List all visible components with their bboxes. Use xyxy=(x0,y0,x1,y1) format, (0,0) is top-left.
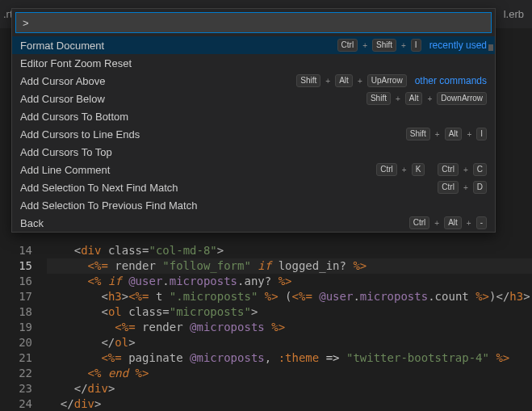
tab-right-fragment: l.erb xyxy=(504,8,532,20)
keycap: Alt xyxy=(405,92,423,105)
keycap: Alt xyxy=(444,216,462,229)
line-number: 15 xyxy=(0,258,32,274)
command-label: Add Cursors To Top xyxy=(20,146,487,158)
command-label: Add Cursors To Bottom xyxy=(20,111,487,123)
code-line[interactable]: <ol class="microposts"> xyxy=(47,304,532,320)
command-shortcut: Shift+Alt+DownArrow xyxy=(367,92,487,105)
keycap: Shift xyxy=(372,39,396,52)
command-search-wrap xyxy=(12,9,495,36)
line-number: 20 xyxy=(0,335,32,350)
keycap: Ctrl xyxy=(409,216,430,229)
code-line[interactable]: <%= render @microposts %> xyxy=(47,320,532,335)
code-line[interactable]: </ol> xyxy=(47,335,532,350)
line-number: 21 xyxy=(0,350,32,366)
line-number: 19 xyxy=(0,320,32,335)
command-label: Editor Font Zoom Reset xyxy=(20,57,487,69)
line-number: 14 xyxy=(0,243,32,258)
scrollbar-thumb[interactable] xyxy=(488,44,493,51)
line-number: 23 xyxy=(0,381,32,396)
command-item[interactable]: BackCtrl+Alt+- xyxy=(12,214,495,232)
hint-other-commands: other commands xyxy=(415,75,487,86)
keycap: - xyxy=(476,216,487,229)
keycap: Alt xyxy=(445,128,463,140)
code-line[interactable]: <% end %> xyxy=(47,366,532,381)
command-item[interactable]: Add Line CommentCtrl+KCtrl+C xyxy=(12,161,495,178)
keycap: Ctrl xyxy=(337,39,358,52)
keycap: D xyxy=(473,181,487,194)
keycap: C xyxy=(473,163,487,176)
command-shortcut: Ctrl+Alt+- xyxy=(409,216,487,229)
command-item[interactable]: Add Selection To Previous Find Match xyxy=(12,196,495,214)
command-item[interactable]: Add Cursors to Line EndsShift+Alt+I xyxy=(12,125,495,143)
line-number: 22 xyxy=(0,366,32,381)
keycap: Ctrl xyxy=(438,181,459,194)
command-item[interactable]: Add Selection To Next Find MatchCtrl+D xyxy=(12,178,495,196)
keycap: Shift xyxy=(367,92,391,105)
line-number: 24 xyxy=(0,396,32,411)
command-item[interactable]: Add Cursor AboveShift+Alt+UpArrowother c… xyxy=(12,72,495,90)
command-item[interactable]: Editor Font Zoom Reset xyxy=(12,54,495,72)
command-shortcut: Ctrl+KCtrl+C xyxy=(376,163,487,176)
command-label: Add Cursor Below xyxy=(20,93,367,105)
command-list: Format DocumentCtrl+Shift+Irecently used… xyxy=(12,36,495,232)
command-shortcut: Shift+Alt+I xyxy=(406,128,487,140)
keycap: Ctrl xyxy=(376,163,397,176)
keycap: UpArrow xyxy=(367,74,407,87)
editor-window: .rt l.erb 141516171819202122232425 <div … xyxy=(0,0,532,411)
keycap: Ctrl xyxy=(438,163,459,176)
command-palette: Format DocumentCtrl+Shift+Irecently used… xyxy=(11,8,496,233)
line-number: 16 xyxy=(0,274,32,289)
keycap: Shift xyxy=(406,128,430,140)
command-label: Add Selection To Previous Find Match xyxy=(20,199,487,212)
command-shortcut: Ctrl+D xyxy=(438,181,487,194)
code-line[interactable]: <div class="col-md-8"> xyxy=(47,243,532,258)
code-line[interactable]: <% if @user.microposts.any? %> xyxy=(47,274,532,289)
command-shortcut: Ctrl+Shift+I xyxy=(337,39,421,52)
keycap: Shift xyxy=(296,74,320,87)
command-label: Add Selection To Next Find Match xyxy=(20,182,438,194)
code-line[interactable]: <h3><%= t ".microposts" %> (<%= @user.mi… xyxy=(47,289,532,304)
command-item[interactable]: Add Cursors To Top xyxy=(12,143,495,161)
keycap: Alt xyxy=(335,74,353,87)
line-number: 17 xyxy=(0,289,32,304)
command-search-input[interactable] xyxy=(15,12,492,33)
keycap: I xyxy=(411,39,421,52)
command-label: Add Cursors to Line Ends xyxy=(20,128,406,140)
keycap: I xyxy=(476,128,487,140)
line-number: 18 xyxy=(0,304,32,320)
command-item[interactable]: Add Cursor BelowShift+Alt+DownArrow xyxy=(12,90,495,107)
command-item[interactable]: Add Cursors To Bottom xyxy=(12,107,495,125)
command-item[interactable]: Format DocumentCtrl+Shift+Irecently used xyxy=(12,36,495,54)
command-shortcut: Shift+Alt+UpArrow xyxy=(296,74,406,87)
code-line[interactable]: <%= render "follow_form" if logged_in? %… xyxy=(47,258,532,274)
hint-recently-used: recently used xyxy=(429,40,487,51)
code-line[interactable]: </div> xyxy=(47,396,532,411)
code-line[interactable]: </div> xyxy=(47,381,532,396)
keycap: DownArrow xyxy=(437,92,487,105)
code-line[interactable]: <%= paginate @microposts, :theme => "twi… xyxy=(47,350,532,366)
keycap: K xyxy=(412,163,425,176)
command-label: Format Document xyxy=(20,40,337,52)
command-label: Add Cursor Above xyxy=(20,75,296,87)
command-label: Back xyxy=(20,217,409,229)
command-label: Add Line Comment xyxy=(20,164,376,176)
